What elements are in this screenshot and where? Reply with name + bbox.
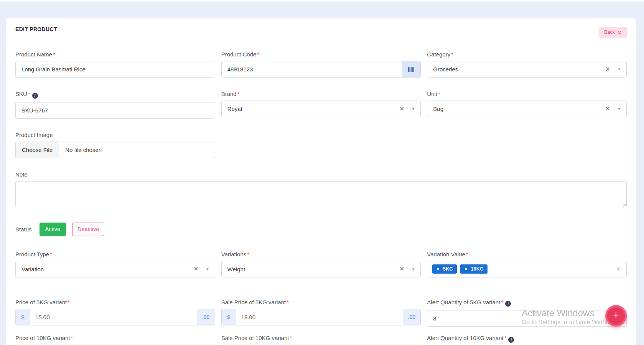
alert-qty-5kg-label: Alert Quantity of 5KG variant*i [427, 299, 627, 307]
pricing-row-10kg: Price of 10KG variant* $ .00 Sale Price … [15, 335, 627, 345]
variations-select[interactable]: Weight ✕ ▾ [221, 261, 421, 277]
variation-value-multiselect[interactable]: ✕ 5KG ✕ 10KG ✕ [427, 261, 627, 277]
chevron-down-icon[interactable]: ▾ [412, 107, 415, 111]
note-textarea[interactable] [15, 181, 627, 207]
status-label: Status [15, 226, 32, 233]
page-title: EDIT PRODUCT [15, 26, 57, 32]
choose-file-button[interactable]: Choose File [16, 142, 59, 158]
clear-icon[interactable]: ✕ [193, 266, 198, 272]
required-mark: * [237, 91, 240, 97]
plus-icon: + [613, 310, 619, 320]
clear-all-icon[interactable]: ✕ [616, 266, 621, 272]
product-type-value: Variation [21, 266, 44, 272]
category-field: Category* Groceries ✕ ▾ [427, 51, 627, 78]
required-mark: * [290, 335, 292, 341]
sku-label: SKU*i [15, 91, 215, 99]
barcode-icon [408, 67, 415, 72]
product-image-label: Product Image [15, 132, 215, 138]
unit-field: Unit* Bag ✕ ▾ [427, 91, 627, 119]
variation-tag-label: 10KG [471, 266, 483, 272]
price-5kg-field: Price of 5KG variant* $ .00 [15, 299, 215, 327]
sku-input[interactable] [15, 102, 215, 119]
variations-label: Variations* [221, 251, 421, 258]
edit-product-card: EDIT PRODUCT Back ↺ Product Name* Produc… [6, 18, 636, 345]
product-code-input[interactable] [222, 61, 402, 77]
product-type-select[interactable]: Variation ✕ ▾ [15, 261, 215, 277]
required-mark: * [68, 299, 70, 305]
product-name-input[interactable] [15, 61, 215, 78]
chevron-down-icon[interactable]: ▾ [412, 267, 415, 271]
product-code-label: Product Code* [221, 51, 421, 58]
variation-tag: ✕ 10KG [460, 264, 488, 274]
unit-value: Bag [433, 106, 443, 112]
currency-prefix: $ [222, 309, 236, 325]
required-mark: * [438, 91, 440, 97]
brand-value: Royal [227, 106, 242, 112]
clear-icon[interactable]: ✕ [605, 106, 610, 112]
variation-value-label: Variation Value* [427, 251, 627, 258]
product-code-group [221, 61, 421, 78]
product-image-field: Product Image Choose File No file chosen [15, 132, 215, 158]
required-mark: * [287, 299, 289, 305]
chevron-down-icon[interactable]: ▾ [618, 107, 620, 111]
currency-prefix: $ [16, 309, 30, 325]
brand-field: Brand* Royal ✕ ▾ [221, 91, 421, 119]
form-row-2: SKU*i Brand* Royal ✕ ▾ Unit* Bag ✕ ▾ [15, 91, 627, 119]
remove-tag-icon[interactable]: ✕ [464, 267, 468, 272]
add-fab-button[interactable]: + [605, 305, 627, 327]
sale-price-5kg-group: $ .00 [221, 309, 421, 325]
sale-price-10kg-label: Sale Price of 10KG variant* [221, 335, 421, 341]
clear-icon[interactable]: ✕ [399, 266, 404, 272]
status-active-button[interactable]: Active [40, 223, 66, 236]
brand-label: Brand* [221, 91, 421, 97]
chevron-down-icon[interactable]: ▾ [206, 267, 209, 271]
price-10kg-field: Price of 10KG variant* $ .00 [15, 335, 215, 345]
product-type-field: Product Type* Variation ✕ ▾ [15, 251, 215, 277]
divider [13, 291, 629, 291]
brand-select[interactable]: Royal ✕ ▾ [221, 101, 421, 117]
clear-icon[interactable]: ✕ [605, 66, 610, 73]
required-mark: * [28, 91, 30, 97]
unit-select[interactable]: Bag ✕ ▾ [427, 101, 627, 117]
variation-tag: ✕ 5KG [432, 264, 457, 274]
variations-field: Variations* Weight ✕ ▾ [221, 251, 421, 277]
chevron-down-icon[interactable]: ▾ [618, 67, 620, 71]
required-mark: * [71, 335, 73, 341]
info-icon: i [508, 337, 514, 343]
sale-price-10kg-field: Sale Price of 10KG variant* $ .00 [221, 335, 421, 345]
decimal-suffix: .00 [197, 309, 215, 325]
status-row: Status Active Deactive [15, 223, 627, 236]
variation-tag-label: 5KG [443, 266, 453, 272]
category-value: Groceries [433, 66, 458, 73]
product-type-label: Product Type* [15, 251, 215, 258]
variation-value-field: Variation Value* ✕ 5KG ✕ 10KG ✕ [427, 251, 627, 277]
note-label: Note [15, 172, 627, 178]
product-image-file-input[interactable]: Choose File No file chosen [15, 142, 215, 158]
unit-label: Unit* [427, 91, 627, 97]
price-5kg-input[interactable] [30, 309, 197, 325]
product-code-field: Product Code* [221, 51, 421, 78]
product-name-label: Product Name* [15, 51, 215, 58]
alert-qty-5kg-field: Alert Quantity of 5KG variant*i [427, 299, 627, 327]
back-button[interactable]: Back ↺ [599, 27, 627, 38]
sale-price-5kg-field: Sale Price of 5KG variant* $ .00 [221, 299, 421, 327]
form-row-image: Product Image Choose File No file chosen [15, 132, 627, 158]
price-5kg-group: $ .00 [15, 309, 215, 325]
status-deactive-button[interactable]: Deactive [72, 223, 104, 236]
required-mark: * [451, 51, 453, 58]
barcode-generate-button[interactable] [402, 61, 420, 77]
alert-qty-5kg-input[interactable] [427, 310, 627, 327]
top-strip [0, 0, 644, 2]
sale-price-5kg-input[interactable] [236, 309, 403, 325]
decimal-suffix: .00 [403, 309, 420, 325]
required-mark: * [257, 51, 259, 58]
required-mark: * [504, 335, 507, 341]
file-status-text: No file chosen [59, 147, 102, 153]
required-mark: * [53, 51, 55, 58]
product-name-field: Product Name* [15, 51, 215, 78]
form-row-1: Product Name* Product Code* Categ [15, 51, 627, 78]
remove-tag-icon[interactable]: ✕ [436, 267, 440, 272]
clear-icon[interactable]: ✕ [399, 106, 404, 112]
category-select[interactable]: Groceries ✕ ▾ [427, 61, 627, 78]
alert-qty-10kg-field: Alert Quantity of 10KG variant*i [427, 335, 627, 345]
